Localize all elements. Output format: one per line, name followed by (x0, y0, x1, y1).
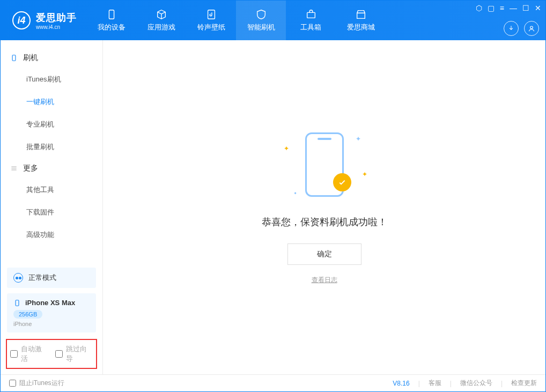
device-storage: 256GB (13, 310, 42, 319)
sparkle-icon: ✦ (362, 171, 367, 178)
brand-site: www.i4.cn (36, 24, 77, 30)
view-log-link[interactable]: 查看日志 (312, 276, 337, 285)
window-controls: ⬡ ▢ ≡ — ☐ ✕ (476, 4, 541, 12)
brand-name: 爱思助手 (36, 11, 77, 24)
download-icon (507, 25, 515, 32)
group-title: 刷机 (23, 53, 38, 63)
list-icon (10, 165, 18, 172)
nav-my-device[interactable]: 我的设备 (86, 1, 136, 40)
nav-ringtones[interactable]: 铃声壁纸 (186, 1, 236, 40)
toolbox-icon (305, 9, 317, 20)
download-button[interactable] (504, 21, 519, 36)
maximize-button[interactable]: ☐ (522, 4, 529, 12)
checkbox-input[interactable] (9, 380, 16, 387)
success-check-icon (333, 173, 351, 191)
sidebar-item-other-tools[interactable]: 其他工具 (1, 179, 102, 201)
sidebar-item-batch-flash[interactable]: 批量刷机 (1, 136, 102, 158)
shirt-icon[interactable]: ⬡ (476, 4, 482, 12)
wechat-link[interactable]: 微信公众号 (460, 379, 492, 388)
phone-icon (106, 9, 117, 20)
svg-rect-5 (16, 300, 19, 306)
device-type: iPhone (13, 321, 90, 327)
sidebar-item-pro-flash[interactable]: 专业刷机 (1, 113, 102, 136)
checkbox-input[interactable] (55, 350, 63, 358)
svg-rect-0 (109, 10, 114, 19)
checkbox-label: 自动激活 (21, 344, 48, 364)
cube-icon (156, 9, 167, 20)
titlebar: i4 爱思助手 www.i4.cn 我的设备 应用游戏 铃声壁纸 智能刷机 (1, 1, 545, 40)
svg-rect-2 (307, 12, 315, 18)
main-content: ✦ ✦ • ✦ 恭喜您，保资料刷机成功啦！ 确定 查看日志 (103, 40, 545, 374)
phone-small-icon (13, 299, 21, 307)
checkbox-input[interactable] (10, 350, 18, 358)
sidebar-group-flash: 刷机 (1, 48, 102, 68)
logo-icon: i4 (12, 11, 31, 29)
logo: i4 爱思助手 www.i4.cn (1, 1, 86, 40)
svg-rect-1 (208, 10, 215, 19)
nav-apps-games[interactable]: 应用游戏 (136, 1, 186, 40)
checkbox-label: 阻止iTunes运行 (19, 379, 64, 388)
nav-label: 爱思商城 (347, 23, 375, 32)
close-button[interactable]: ✕ (535, 4, 541, 12)
nav-label: 工具箱 (300, 23, 321, 32)
user-icon (528, 25, 535, 32)
sparkle-icon: • (294, 190, 297, 197)
mode-icon (13, 273, 23, 283)
menu-icon[interactable]: ≡ (500, 4, 504, 12)
bottom-options-highlight: 自动激活 跳过向导 (6, 339, 97, 369)
svg-rect-4 (12, 55, 16, 61)
nav-label: 铃声壁纸 (197, 23, 225, 32)
device-icon (10, 54, 18, 62)
titlebar-round-buttons (504, 21, 539, 36)
nav-smart-flash[interactable]: 智能刷机 (236, 1, 286, 40)
music-icon (205, 9, 217, 20)
sparkle-icon: ✦ (284, 145, 289, 152)
svg-point-3 (530, 26, 533, 29)
version-label: V8.16 (393, 380, 409, 387)
success-message: 恭喜您，保资料刷机成功啦！ (262, 216, 387, 228)
user-button[interactable] (524, 21, 539, 36)
nav-store[interactable]: 爱思商城 (336, 1, 386, 40)
minimize-button[interactable]: — (510, 4, 517, 12)
mode-label: 正常模式 (28, 273, 56, 283)
top-nav: 我的设备 应用游戏 铃声壁纸 智能刷机 工具箱 爱思商城 (86, 1, 386, 40)
device-info[interactable]: iPhone XS Max 256GB iPhone (7, 293, 96, 332)
sidebar: 刷机 iTunes刷机 一键刷机 专业刷机 批量刷机 更多 其他工具 下载固件 … (1, 40, 103, 374)
nav-label: 应用游戏 (147, 23, 175, 32)
sidebar-group-more: 更多 (1, 158, 102, 179)
device-panel: 正常模式 iPhone XS Max 256GB iPhone (1, 268, 102, 339)
nav-toolbox[interactable]: 工具箱 (286, 1, 336, 40)
sidebar-item-oneclick-flash[interactable]: 一键刷机 (1, 91, 102, 113)
checkbox-label: 跳过向导 (66, 344, 93, 364)
auto-activate-checkbox[interactable]: 自动激活 (10, 344, 48, 364)
separator: | (418, 380, 420, 387)
block-itunes-checkbox[interactable]: 阻止iTunes运行 (9, 379, 64, 388)
ok-button[interactable]: 确定 (287, 243, 361, 265)
nav-label: 我的设备 (98, 23, 126, 32)
separator: | (501, 380, 503, 387)
shield-icon (255, 9, 267, 20)
device-name: iPhone XS Max (25, 299, 75, 307)
check-update-link[interactable]: 检查更新 (511, 379, 537, 388)
nav-label: 智能刷机 (247, 23, 275, 32)
skip-guide-checkbox[interactable]: 跳过向导 (55, 344, 93, 364)
sidebar-item-itunes-flash[interactable]: iTunes刷机 (1, 68, 102, 91)
success-illustration: ✦ ✦ • ✦ (276, 130, 373, 199)
statusbar: 阻止iTunes运行 V8.16 | 客服 | 微信公众号 | 检查更新 (1, 374, 545, 391)
sidebar-item-advanced[interactable]: 高级功能 (1, 224, 102, 246)
support-link[interactable]: 客服 (429, 379, 441, 388)
device-mode[interactable]: 正常模式 (7, 268, 96, 288)
body: 刷机 iTunes刷机 一键刷机 专业刷机 批量刷机 更多 其他工具 下载固件 … (1, 40, 545, 374)
group-title: 更多 (23, 164, 38, 173)
app-window: i4 爱思助手 www.i4.cn 我的设备 应用游戏 铃声壁纸 智能刷机 (0, 0, 546, 392)
store-icon (355, 9, 367, 20)
sparkle-icon: ✦ (356, 135, 361, 143)
separator: | (450, 380, 452, 387)
lock-icon[interactable]: ▢ (488, 4, 495, 12)
sidebar-item-download-fw[interactable]: 下载固件 (1, 201, 102, 224)
